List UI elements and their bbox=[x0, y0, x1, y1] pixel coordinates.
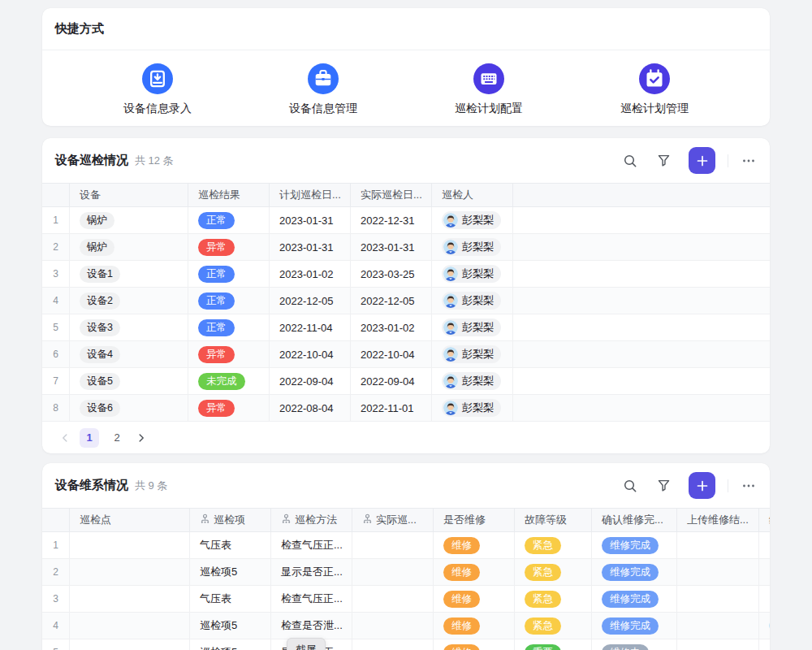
person-tag: 彭梨梨 bbox=[442, 318, 501, 336]
filter-icon[interactable] bbox=[655, 153, 672, 169]
column-header-level[interactable]: 故障等级 bbox=[515, 509, 592, 531]
shortcut-plan-manage[interactable]: 巡检计划管理 bbox=[572, 63, 737, 116]
row-number: 4 bbox=[42, 613, 70, 639]
point-cell bbox=[70, 639, 190, 650]
column-header-confirm[interactable]: 确认维修完... bbox=[592, 509, 677, 531]
upload-cell bbox=[677, 586, 759, 612]
table-row[interactable]: 8 设备6 异常 2022-08-04 2022-11-01 彭梨梨 bbox=[42, 395, 770, 422]
device-cell: 锅炉 bbox=[70, 234, 188, 260]
screenshot-tooltip: 截屏 bbox=[287, 638, 326, 650]
status-badge: 异常 bbox=[198, 346, 235, 363]
inspection-count: 共 12 条 bbox=[135, 154, 174, 168]
point-cell bbox=[70, 613, 190, 639]
clipped-cell bbox=[759, 639, 770, 650]
more-icon[interactable] bbox=[741, 153, 757, 169]
table-row[interactable]: 4 巡检项5 检查是否泄... 维修 紧急 维修完成 bbox=[42, 613, 770, 639]
row-number: 3 bbox=[42, 261, 70, 287]
column-header-device[interactable]: 设备 bbox=[70, 184, 188, 206]
table-row[interactable]: 1 气压表 检查气压正... 维修 紧急 维修完成 bbox=[42, 532, 770, 559]
repair-badge: 维修 bbox=[443, 644, 480, 650]
person-tag: 彭梨梨 bbox=[442, 399, 501, 417]
status-badge: 正常 bbox=[198, 292, 235, 310]
actual-cell bbox=[352, 532, 434, 558]
level-badge: 重要 bbox=[525, 644, 561, 650]
shortcut-row: 设备信息录入 设备信息管理 bbox=[42, 50, 770, 116]
table-row[interactable]: 2 锅炉 异常 2023-01-31 2023-01-31 彭梨梨 bbox=[42, 234, 770, 261]
column-header-repair[interactable]: 是否维修 bbox=[434, 509, 515, 531]
table-row[interactable]: 7 设备5 未完成 2022-09-04 2022-09-04 彭梨梨 bbox=[42, 368, 770, 395]
table-row[interactable]: 1 锅炉 正常 2023-01-31 2022-12-31 彭梨梨 bbox=[42, 207, 770, 234]
upload-cell bbox=[677, 639, 759, 650]
column-header-point[interactable]: 巡检点 bbox=[70, 509, 190, 531]
device-cell: 设备2 bbox=[70, 288, 188, 314]
level-badge: 紧急 bbox=[525, 618, 561, 635]
column-header-plan-date[interactable]: 计划巡检日... bbox=[270, 184, 351, 206]
plan-date-cell: 2023-01-31 bbox=[270, 207, 351, 233]
row-number: 8 bbox=[42, 395, 70, 421]
device-tag: 设备5 bbox=[80, 373, 120, 390]
search-icon[interactable] bbox=[622, 153, 638, 169]
person-cell: 彭梨梨 bbox=[432, 261, 513, 287]
table-row[interactable]: 3 气压表 检查气压正... 维修 紧急 维修完成 bbox=[42, 586, 770, 613]
chevron-left-icon[interactable] bbox=[58, 431, 71, 444]
device-cell: 设备4 bbox=[70, 341, 188, 367]
add-record-button[interactable] bbox=[689, 472, 715, 499]
maintenance-toolbar bbox=[622, 472, 757, 499]
avatar bbox=[443, 401, 458, 415]
repair-badge: 维修 bbox=[443, 591, 480, 608]
column-header-actual[interactable]: 实际巡... bbox=[352, 509, 434, 531]
device-cell: 锅炉 bbox=[70, 207, 188, 233]
person-name: 彭梨梨 bbox=[462, 293, 494, 308]
row-number: 5 bbox=[42, 639, 70, 650]
person-cell: 彭梨梨 bbox=[432, 368, 513, 394]
actual-cell bbox=[352, 639, 434, 650]
shortcut-label: 设备信息录入 bbox=[123, 102, 192, 116]
device-tag: 设备2 bbox=[80, 292, 120, 310]
person-name: 彭梨梨 bbox=[462, 320, 494, 335]
shortcuts-title: 快捷方式 bbox=[55, 21, 104, 37]
table-row[interactable]: 6 设备4 异常 2022-10-04 2022-10-04 彭梨梨 bbox=[42, 341, 770, 368]
maintenance-count: 共 9 条 bbox=[135, 479, 167, 493]
column-header-clipped[interactable]: 维 bbox=[759, 509, 770, 531]
confirm-badge: 维修中 bbox=[602, 644, 649, 650]
method-cell: 检查气压正... bbox=[271, 586, 352, 612]
result-cell: 正常 bbox=[188, 288, 270, 314]
maintenance-card: 设备维系情况 共 9 条 巡检点 巡检项 巡检方法 实际巡... 是否维修 故障… bbox=[42, 463, 770, 650]
more-icon[interactable] bbox=[741, 478, 757, 494]
column-header-actual-date[interactable]: 实际巡检日... bbox=[351, 184, 432, 206]
person-name: 彭梨梨 bbox=[462, 347, 494, 362]
chevron-right-icon[interactable] bbox=[135, 431, 148, 444]
column-header-upload[interactable]: 上传维修结... bbox=[677, 509, 759, 531]
shortcut-plan-config[interactable]: 巡检计划配置 bbox=[406, 63, 572, 116]
column-header-item[interactable]: 巡检项 bbox=[190, 509, 271, 531]
column-header-method[interactable]: 巡检方法 bbox=[271, 509, 352, 531]
empty-cell bbox=[513, 395, 770, 421]
filter-icon[interactable] bbox=[655, 478, 672, 494]
column-header-result[interactable]: 巡检结果 bbox=[188, 184, 270, 206]
inspection-header: 设备巡检情况 共 12 条 bbox=[42, 138, 770, 183]
maintenance-header: 设备维系情况 共 9 条 bbox=[42, 463, 770, 508]
column-header-person[interactable]: 巡检人 bbox=[432, 184, 513, 206]
person-tag: 彭梨梨 bbox=[442, 292, 501, 310]
item-cell: 巡检项5 bbox=[190, 639, 271, 650]
level-cell: 紧急 bbox=[515, 586, 592, 612]
avatar bbox=[443, 347, 458, 362]
search-icon[interactable] bbox=[622, 478, 638, 494]
table-row[interactable]: 5 设备3 正常 2022-11-04 2023-01-02 彭梨梨 bbox=[42, 314, 770, 341]
result-cell: 未完成 bbox=[188, 368, 270, 394]
result-cell: 异常 bbox=[188, 341, 270, 367]
level-badge: 紧急 bbox=[525, 591, 561, 608]
page-button-1[interactable]: 1 bbox=[80, 428, 99, 448]
add-record-button[interactable] bbox=[689, 147, 715, 174]
row-number: 7 bbox=[42, 368, 70, 394]
person-cell: 彭梨梨 bbox=[432, 395, 513, 421]
table-row[interactable]: 5 巡检项5 显示是否正... 维修 重要 维修中 bbox=[42, 639, 770, 650]
table-row[interactable]: 2 巡检项5 显示是否正... 维修 紧急 维修完成 bbox=[42, 559, 770, 586]
table-row[interactable]: 4 设备2 正常 2022-12-05 2022-12-05 彭梨梨 bbox=[42, 288, 770, 314]
confirm-cell: 维修完成 bbox=[592, 532, 677, 558]
table-row[interactable]: 3 设备1 正常 2023-01-02 2023-03-25 彭梨梨 bbox=[42, 261, 770, 288]
shortcut-device-input[interactable]: 设备信息录入 bbox=[75, 63, 240, 116]
page-button-2[interactable]: 2 bbox=[107, 428, 127, 448]
shortcut-device-manage[interactable]: 设备信息管理 bbox=[240, 63, 406, 116]
confirm-badge: 维修完成 bbox=[602, 591, 659, 608]
